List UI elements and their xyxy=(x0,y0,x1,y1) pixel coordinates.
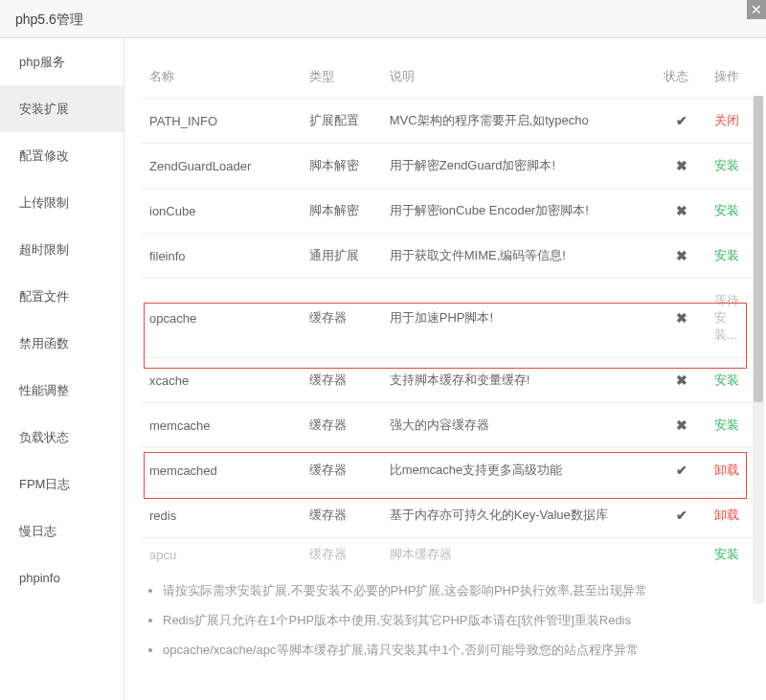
x-icon: ✖ xyxy=(664,373,699,388)
x-icon: ✖ xyxy=(664,418,699,433)
sidebar-item-php-service[interactable]: php服务 xyxy=(0,38,124,85)
cell-action[interactable]: 安装 xyxy=(707,144,755,189)
sidebar-item-phpinfo[interactable]: phpinfo xyxy=(0,554,124,601)
extensions-table: 名称 类型 说明 状态 操作 PATH_INFO扩展配置MVC架构的程序需要开启… xyxy=(142,56,755,563)
cell-desc: 基于内存亦可持久化的Key-Value数据库 xyxy=(382,493,657,538)
cell-name: ionCube xyxy=(142,189,302,234)
close-button[interactable]: ✕ xyxy=(747,0,766,19)
cell-action[interactable]: 卸载 xyxy=(707,493,755,538)
cell-action[interactable]: 卸载 xyxy=(707,448,755,493)
cell-desc: MVC架构的程序需要开启,如typecho xyxy=(382,99,657,144)
cell-type: 缓存器 xyxy=(302,448,382,493)
cell-name: PATH_INFO xyxy=(142,99,302,144)
note-item: Redis扩展只允许在1个PHP版本中使用,安装到其它PHP版本请在[软件管理]… xyxy=(163,612,755,629)
cell-type: 缓存器 xyxy=(302,358,382,403)
x-icon: ✖ xyxy=(664,158,699,173)
header-type: 类型 xyxy=(302,56,382,99)
table-row: opcache缓存器用于加速PHP脚本!✖等待安装... xyxy=(142,279,755,358)
table-row: ZendGuardLoader脚本解密用于解密ZendGuard加密脚本!✖安装 xyxy=(142,144,755,189)
cell-action[interactable]: 安装 xyxy=(707,538,755,564)
sidebar-item-load-status[interactable]: 负载状态 xyxy=(0,414,124,461)
sidebar-item-install-extensions[interactable]: 安装扩展 xyxy=(0,85,124,132)
cell-desc: 用于获取文件MIME,编码等信息! xyxy=(382,234,657,279)
sidebar-item-upload-limit[interactable]: 上传限制 xyxy=(0,179,124,226)
cell-desc: 用于解密ZendGuard加密脚本! xyxy=(382,144,657,189)
notes-list: 请按实际需求安装扩展,不要安装不必要的PHP扩展,这会影响PHP执行效率,甚至出… xyxy=(142,582,755,660)
sidebar-item-fpm-log[interactable]: FPM日志 xyxy=(0,461,124,508)
cell-action[interactable]: 安装 xyxy=(707,189,755,234)
table-row: ionCube脚本解密用于解密ionCube Encoder加密脚本!✖安装 xyxy=(142,189,755,234)
cell-status: ✔ xyxy=(656,99,707,144)
header-name: 名称 xyxy=(142,56,302,99)
cell-type: 缓存器 xyxy=(302,403,382,448)
cell-name: xcache xyxy=(142,358,302,403)
table-row: xcache缓存器支持脚本缓存和变量缓存!✖安装 xyxy=(142,358,755,403)
table-row: PATH_INFO扩展配置MVC架构的程序需要开启,如typecho✔关闭 xyxy=(142,99,755,144)
table-row: redis缓存器基于内存亦可持久化的Key-Value数据库✔卸载 xyxy=(142,493,755,538)
check-icon: ✔ xyxy=(664,508,699,523)
cell-name: redis xyxy=(142,493,302,538)
sidebar-item-config-file[interactable]: 配置文件 xyxy=(0,273,124,320)
scrollbar-vertical[interactable] xyxy=(753,96,764,603)
cell-desc: 比memcache支持更多高级功能 xyxy=(382,448,657,493)
check-icon: ✔ xyxy=(664,463,699,478)
cell-status: ✖ xyxy=(656,403,707,448)
x-icon: ✖ xyxy=(664,310,699,326)
cell-type: 缓存器 xyxy=(302,279,382,358)
cell-status xyxy=(656,538,707,564)
cell-status: ✔ xyxy=(656,493,707,538)
table-row-partial: apcu缓存器脚本缓存器安装 xyxy=(142,538,755,564)
header-action: 操作 xyxy=(707,56,755,99)
cell-name: memcache xyxy=(142,403,302,448)
cell-action[interactable]: 安装 xyxy=(707,403,755,448)
x-icon: ✖ xyxy=(664,203,699,218)
cell-name: apcu xyxy=(142,538,302,564)
sidebar-item-config-edit[interactable]: 配置修改 xyxy=(0,132,124,179)
cell-name: opcache xyxy=(142,279,302,358)
sidebar-item-timeout-limit[interactable]: 超时限制 xyxy=(0,226,124,273)
cell-action[interactable]: 安装 xyxy=(707,234,755,279)
header-desc: 说明 xyxy=(382,56,657,99)
cell-type: 缓存器 xyxy=(302,538,382,564)
scrollbar-thumb[interactable] xyxy=(754,96,763,402)
cell-type: 缓存器 xyxy=(302,493,382,538)
window-titlebar: php5.6管理 ✕ xyxy=(0,0,766,38)
cell-status: ✖ xyxy=(656,279,707,358)
cell-name: fileinfo xyxy=(142,234,302,279)
x-icon: ✖ xyxy=(664,248,699,263)
note-item: opcache/xcache/apc等脚本缓存扩展,请只安装其中1个,否则可能导… xyxy=(163,642,755,659)
check-icon: ✔ xyxy=(664,113,699,128)
cell-type: 扩展配置 xyxy=(302,99,382,144)
cell-name: ZendGuardLoader xyxy=(142,144,302,189)
cell-desc: 脚本缓存器 xyxy=(382,538,657,564)
cell-desc: 支持脚本缓存和变量缓存! xyxy=(382,358,657,403)
table-row: fileinfo通用扩展用于获取文件MIME,编码等信息!✖安装 xyxy=(142,234,755,279)
table-row: memcached缓存器比memcache支持更多高级功能✔卸载 xyxy=(142,448,755,493)
cell-action[interactable]: 安装 xyxy=(707,358,755,403)
cell-name: memcached xyxy=(142,448,302,493)
sidebar-item-disabled-functions[interactable]: 禁用函数 xyxy=(0,320,124,367)
sidebar-item-performance-tuning[interactable]: 性能调整 xyxy=(0,367,124,414)
cell-action[interactable]: 等待安装... xyxy=(707,279,755,358)
cell-status: ✔ xyxy=(656,448,707,493)
table-row: memcache缓存器强大的内容缓存器✖安装 xyxy=(142,403,755,448)
cell-status: ✖ xyxy=(656,189,707,234)
sidebar-item-slow-log[interactable]: 慢日志 xyxy=(0,508,124,554)
sidebar: php服务 安装扩展 配置修改 上传限制 超时限制 配置文件 禁用函数 性能调整… xyxy=(0,38,124,700)
cell-desc: 强大的内容缓存器 xyxy=(382,403,657,448)
window-title: php5.6管理 xyxy=(15,11,83,27)
cell-action[interactable]: 关闭 xyxy=(707,99,755,144)
cell-desc: 用于解密ionCube Encoder加密脚本! xyxy=(382,189,657,234)
cell-status: ✖ xyxy=(656,358,707,403)
cell-type: 通用扩展 xyxy=(302,234,382,279)
cell-type: 脚本解密 xyxy=(302,144,382,189)
cell-status: ✖ xyxy=(656,234,707,279)
note-item: 请按实际需求安装扩展,不要安装不必要的PHP扩展,这会影响PHP执行效率,甚至出… xyxy=(163,582,755,599)
header-status: 状态 xyxy=(656,56,707,99)
cell-status: ✖ xyxy=(656,144,707,189)
main-panel: 名称 类型 说明 状态 操作 PATH_INFO扩展配置MVC架构的程序需要开启… xyxy=(124,38,766,700)
cell-type: 脚本解密 xyxy=(302,189,382,234)
cell-desc: 用于加速PHP脚本! xyxy=(382,279,657,358)
